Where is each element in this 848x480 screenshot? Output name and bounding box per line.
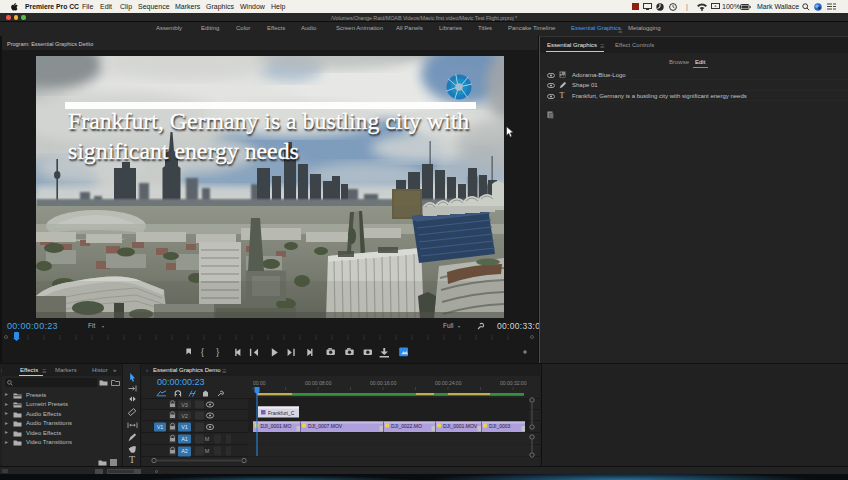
svg-text:00:00:16:00: 00:00:16:00 [370, 380, 397, 386]
svg-text:{: { [201, 347, 204, 357]
svg-text:M: M [205, 448, 210, 454]
svg-text:T: T [129, 454, 135, 465]
svg-text:V1: V1 [157, 424, 164, 430]
svg-text:A1: A1 [181, 436, 188, 442]
svg-text:DJI_0001.MOV: DJI_0001.MOV [443, 423, 478, 429]
svg-text:Frankfurt_C: Frankfurt_C [268, 410, 295, 416]
svg-text:M: M [205, 436, 210, 442]
svg-text:DJI_0003: DJI_0003 [489, 423, 511, 429]
svg-text:00:00: 00:00 [253, 380, 266, 386]
svg-text:DJI_0001.MO: DJI_0001.MO [261, 423, 292, 429]
svg-text:00:00:24:00: 00:00:24:00 [435, 380, 462, 386]
svg-text:00:00:08:00: 00:00:08:00 [305, 380, 332, 386]
svg-text:DJI_0007.MOV: DJI_0007.MOV [308, 423, 343, 429]
svg-text:V2: V2 [181, 413, 188, 419]
svg-text:V3: V3 [181, 402, 188, 408]
svg-text:V1: V1 [181, 424, 188, 430]
svg-text:00:00:32:00: 00:00:32:00 [500, 380, 527, 386]
svg-text:DJI_0022.MO: DJI_0022.MO [391, 423, 422, 429]
svg-text:}: } [216, 347, 219, 357]
svg-text:A2: A2 [181, 448, 188, 454]
